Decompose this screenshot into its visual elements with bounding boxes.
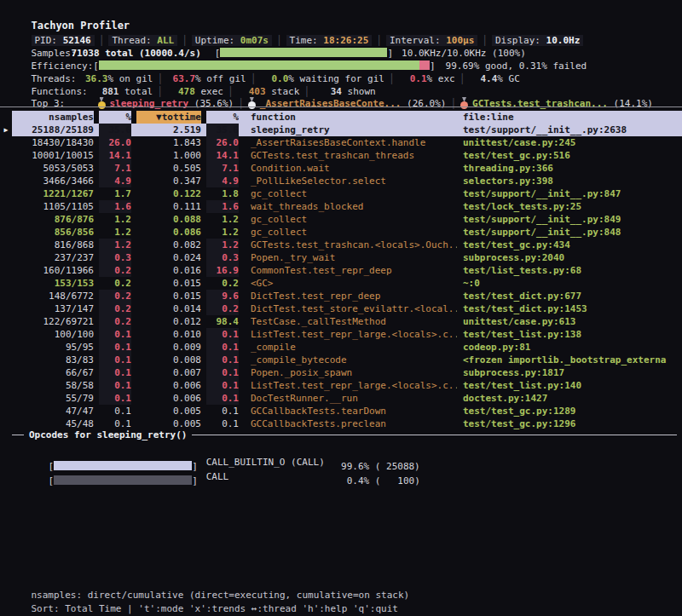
cell-nsamples: 153/153 [12, 277, 94, 290]
cell-cumulative-percent: 0.1 [206, 405, 239, 417]
selected-row-marker [0, 315, 12, 328]
cell-cumulative-percent: 0.1 [206, 354, 239, 366]
cell-cumulative-percent: 0.1 [206, 379, 239, 392]
cell-cumulative-percent: 0.2 [206, 277, 239, 290]
cell-nsamples: 148/6772 [12, 290, 94, 302]
table-row[interactable]: 153/153 0.2 0.015 0.2 <GC> ~:0 [0, 277, 682, 290]
cell-direct-percent: 0.1 [99, 341, 131, 354]
table-row[interactable]: 18430/18430 26.0 1.843 26.0 _AssertRaise… [0, 136, 682, 149]
cell-file-line: unittest/case.py:613 [457, 315, 682, 328]
selected-row-marker [0, 149, 12, 162]
table-row[interactable]: 66/67 0.1 0.007 0.1 Popen._posix_spawn s… [0, 366, 682, 379]
cell-direct-percent: 14.1 [99, 149, 131, 162]
cell-tottime: 0.505 [136, 162, 201, 175]
header-nsamples[interactable]: nsamples [12, 111, 94, 124]
cell-cumulative-percent: 4.9 [206, 175, 239, 187]
opcodes-panel-header: Opcodes for sleeping_retry() [0, 429, 682, 441]
table-row[interactable]: ▶ 25188/25189 35.6 2.519 35.6 sleeping_r… [0, 124, 682, 136]
selected-row-marker [0, 392, 12, 405]
table-row[interactable]: 137/147 0.2 0.014 0.2 DictTest.test_stor… [0, 302, 682, 315]
cell-cumulative-percent: 1.8 [206, 187, 239, 200]
cell-cumulative-percent: 0.2 [206, 302, 239, 315]
threads-line: Threads:36.3% on gil│63.7% off gil│0.0% … [0, 60, 682, 72]
header-direct-percent[interactable]: % [99, 111, 131, 124]
cell-function: Condition.wait [239, 162, 457, 175]
table-row[interactable]: 58/58 0.1 0.006 0.1 ListTest.test_repr_l… [0, 379, 682, 392]
cell-tottime: 2.519 [136, 124, 201, 136]
cell-cumulative-percent: 0.3 [206, 251, 239, 264]
divider: │ [446, 98, 460, 109]
cell-cumulative-percent: 14.1 [206, 149, 239, 162]
table-row[interactable]: 10001/10015 14.1 1.000 14.1 GCTests.test… [0, 149, 682, 162]
cell-file-line: subprocess.py:1817 [457, 366, 682, 379]
cell-file-line: ~:0 [457, 277, 682, 290]
cell-file-line: subprocess.py:2040 [457, 251, 682, 264]
cell-nsamples: 1221/1267 [12, 187, 94, 200]
selected-row-marker [0, 251, 12, 264]
selected-row-marker [0, 187, 12, 200]
cell-direct-percent: 1.6 [99, 200, 131, 213]
cell-cumulative-percent: 9.6 [206, 290, 239, 302]
table-row[interactable]: 237/237 0.3 0.024 0.3 Popen._try_wait su… [0, 251, 682, 264]
cell-nsamples: 122/69721 [12, 315, 94, 328]
cell-direct-percent: 1.2 [99, 239, 131, 251]
top3-first-pct: (35.6%) [194, 98, 234, 109]
table-row[interactable]: 122/69721 0.2 0.012 98.4 TestCase._callT… [0, 315, 682, 328]
cell-nsamples: 18430/18430 [12, 136, 94, 149]
cell-function: _compile [239, 341, 457, 354]
table-row[interactable]: 816/868 1.2 0.082 1.2 GCTests.test_trash… [0, 239, 682, 251]
header-function[interactable]: function [239, 111, 457, 124]
table-row[interactable]: 160/11966 0.2 0.016 16.9 CommonTest.test… [0, 264, 682, 277]
selected-row-marker: ▶ [0, 124, 12, 136]
table-row[interactable]: 1221/1267 1.7 0.122 1.8 gc_collect test/… [0, 187, 682, 200]
cell-file-line: unittest/case.py:245 [457, 136, 682, 149]
app-title-line: Tachyon Profiler [0, 7, 682, 20]
cell-function: ListTest.test_repr_large.<locals>.c... [239, 379, 457, 392]
cell-direct-percent: 1.2 [99, 226, 131, 239]
table-row[interactable]: 95/95 0.1 0.009 0.1 _compile codeop.py:8… [0, 341, 682, 354]
table-row[interactable]: 100/100 0.1 0.010 0.1 ListTest.test_repr… [0, 328, 682, 341]
cell-file-line: test/lock_tests.py:25 [457, 200, 682, 213]
cell-file-line: test/test_list.py:138 [457, 328, 682, 341]
table-row[interactable]: 876/876 1.2 0.088 1.2 gc_collect test/su… [0, 213, 682, 226]
table-row[interactable]: 83/83 0.1 0.008 0.1 _compile_bytecode <f… [0, 354, 682, 366]
table-row[interactable]: 5053/5053 7.1 0.505 7.1 Condition.wait t… [0, 162, 682, 175]
cell-nsamples: 1105/1105 [12, 200, 94, 213]
selected-row-marker [0, 379, 12, 392]
cell-file-line: codeop.py:81 [457, 341, 682, 354]
selected-row-marker [0, 290, 12, 302]
header-cumulative-percent[interactable]: % [206, 111, 239, 124]
cell-tottime: 0.008 [136, 354, 201, 366]
cell-direct-percent: 0.1 [99, 354, 131, 366]
table-row[interactable]: 3466/3466 4.9 0.347 4.9 _PollLikeSelecto… [0, 175, 682, 187]
divider: │ [234, 98, 248, 109]
selected-row-marker [0, 264, 12, 277]
table-row[interactable]: 47/47 0.1 0.005 0.1 GCCallbackTests.tear… [0, 405, 682, 417]
table-row[interactable]: 856/856 1.2 0.086 1.2 gc_collect test/su… [0, 226, 682, 239]
tachyon-profiler-screen: Tachyon Profiler PID: 52146│Thread: ALL│… [0, 0, 682, 616]
cell-tottime: 0.009 [136, 341, 201, 354]
cell-file-line: <frozen importlib._bootstrap_externa [457, 354, 682, 366]
cell-tottime: 0.086 [136, 226, 201, 239]
header-file-line[interactable]: file:line [457, 111, 682, 124]
cell-file-line: test/test_list.py:140 [457, 379, 682, 392]
cell-direct-percent: 7.1 [99, 162, 131, 175]
table-row[interactable]: 55/79 0.1 0.006 0.1 DocTestRunner.__run … [0, 392, 682, 405]
top3-label: Top 3: [32, 97, 98, 110]
cell-tottime: 0.015 [136, 290, 201, 302]
cell-tottime: 0.016 [136, 264, 201, 277]
cell-direct-percent: 0.3 [99, 251, 131, 264]
cell-cumulative-percent: 0.1 [206, 341, 239, 354]
cell-nsamples: 95/95 [12, 341, 94, 354]
table-row[interactable]: 148/6772 0.2 0.015 9.6 DictTest.test_rep… [0, 290, 682, 302]
cell-tottime: 0.012 [136, 315, 201, 328]
cell-nsamples: 83/83 [12, 354, 94, 366]
cell-direct-percent: 1.2 [99, 213, 131, 226]
cell-cumulative-percent: 1.6 [206, 200, 239, 213]
selected-row-marker [0, 136, 12, 149]
cell-file-line: selectors.py:398 [457, 175, 682, 187]
header-separator-line [0, 107, 682, 107]
header-tottime-sorted[interactable]: ▼tottime [136, 111, 201, 124]
table-row[interactable]: 1105/1105 1.6 0.111 1.6 wait_threads_blo… [0, 200, 682, 213]
selected-row-marker [0, 200, 12, 213]
